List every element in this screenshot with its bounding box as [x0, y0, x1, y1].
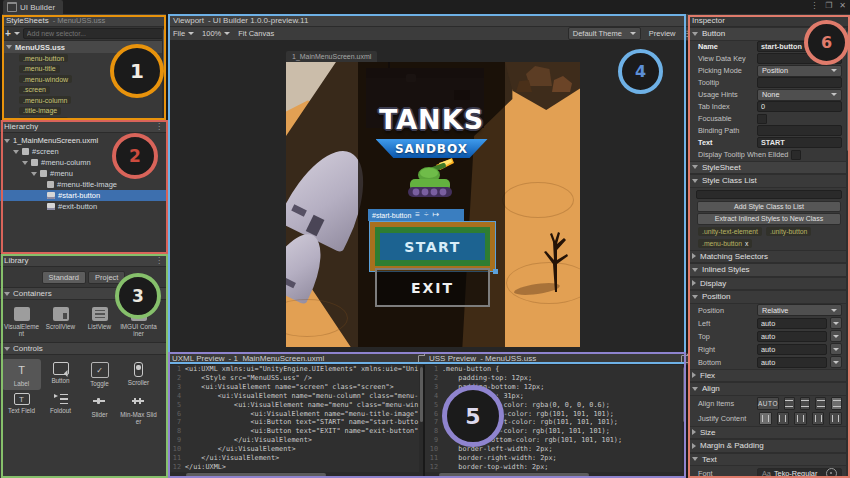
usage-hints-dropdown[interactable]: None [757, 89, 842, 101]
library-item-scroller[interactable]: Scroller [119, 359, 158, 390]
justify-around-icon[interactable] [829, 412, 842, 425]
controls-section-header[interactable]: Controls [0, 342, 167, 355]
library-item-slider[interactable]: Slider [80, 390, 119, 428]
view-data-key-field[interactable] [757, 53, 842, 64]
align-stretch-icon[interactable] [831, 397, 842, 410]
new-selector-input[interactable] [23, 28, 163, 39]
add-dropdown-icon[interactable] [14, 32, 20, 35]
selector-row[interactable]: .screen [2, 85, 166, 96]
text-foldout[interactable]: Text [688, 453, 850, 467]
add-style-class-button[interactable]: Add Style Class to List [697, 201, 841, 213]
foldout-closed-icon[interactable] [692, 443, 696, 449]
foldout-open-icon[interactable] [692, 32, 698, 36]
right-field[interactable] [757, 344, 827, 355]
anchor-icon[interactable]: ↦ [432, 211, 439, 219]
tab-project[interactable]: Project [88, 271, 125, 284]
class-pill[interactable]: .unity-text-element [698, 227, 762, 236]
kebab-menu-icon[interactable]: ⋮ [155, 122, 163, 131]
foldout-open-icon[interactable] [6, 45, 12, 49]
binding-path-field[interactable] [757, 125, 842, 136]
flex-foldout[interactable]: Flex [688, 369, 850, 383]
close-icon[interactable]: ✕ [839, 1, 846, 10]
name-field[interactable] [757, 41, 842, 52]
stylesheet-root-row[interactable]: MenuUSS.uss [2, 41, 166, 53]
tab-standard[interactable]: Standard [42, 271, 86, 284]
justify-end-icon[interactable] [794, 412, 807, 425]
foldout-open-icon[interactable] [4, 292, 10, 296]
align-center-icon[interactable] [800, 397, 811, 410]
library-item-label-control[interactable]: T Label [2, 359, 41, 390]
justify-center-icon[interactable] [777, 412, 790, 425]
hierarchy-row-menu-title-image[interactable]: #menu-title-image [0, 179, 167, 190]
text-field[interactable] [757, 137, 842, 148]
class-pill-menu-button[interactable]: .menu-button x [698, 239, 752, 248]
inlined-styles-foldout[interactable]: Inlined Styles [688, 263, 850, 277]
class-pill[interactable]: .unity-button [766, 227, 811, 236]
foldout-open-icon[interactable] [692, 179, 698, 183]
stylesheet-foldout[interactable]: StyleSheet [688, 161, 850, 175]
hierarchy-row-menu[interactable]: #menu [0, 168, 167, 179]
justify-start-icon[interactable] [759, 412, 772, 425]
library-item-toggle[interactable]: ✓ Toggle [80, 359, 119, 390]
canvas-tab[interactable]: 1_MainMenuScreen.uxml [286, 51, 377, 62]
class-name-input[interactable] [696, 190, 842, 199]
foldout-open-icon[interactable] [13, 150, 19, 154]
margin-padding-foldout[interactable]: Margin & Padding [688, 439, 850, 453]
inspector-scrollbar[interactable] [846, 27, 850, 478]
game-canvas[interactable]: TANKS SANDBOX #start-button ≡ ÷ ↦ [286, 62, 580, 347]
foldout-open-icon[interactable] [692, 268, 698, 272]
focusable-checkbox[interactable] [757, 114, 767, 124]
selector-row[interactable]: .menu-window [2, 74, 166, 85]
preview-toggle[interactable]: Preview [649, 29, 676, 38]
unit-dropdown[interactable] [830, 317, 842, 329]
uss-vertical-scrollbar[interactable] [682, 365, 686, 472]
align-start-icon[interactable] [784, 397, 795, 410]
foldout-open-icon[interactable] [4, 347, 10, 351]
foldout-closed-icon[interactable] [692, 280, 696, 286]
library-item-scrollview[interactable]: ScrollView [41, 304, 80, 340]
font-object-field[interactable]: Aa Teko-Regular [757, 468, 842, 478]
library-item-minmax-slider[interactable]: Min-Max Slider [119, 390, 158, 428]
foldout-open-icon[interactable] [31, 172, 37, 176]
center-vertical-icon[interactable]: ÷ [424, 211, 428, 219]
selector-row[interactable]: .menu-column [2, 95, 166, 106]
object-picker-icon[interactable] [826, 468, 837, 478]
hierarchy-row-start-button[interactable]: #start-button [0, 190, 167, 201]
tab-ui-builder[interactable]: UI Builder [3, 0, 63, 14]
fit-canvas-button[interactable]: Fit Canvas [238, 29, 274, 38]
selector-row-hover[interactable]: .menu-button :hover [2, 116, 166, 119]
uss-horizontal-scrollbar[interactable] [425, 472, 686, 477]
selector-row[interactable]: .title-image [2, 106, 166, 117]
matching-selectors-foldout[interactable]: Matching Selectors [688, 250, 850, 264]
stylesheets-scrollbar[interactable] [162, 27, 166, 119]
hierarchy-row-exit-button[interactable]: #exit-button [0, 201, 167, 212]
selection-toolbar[interactable]: #start-button ≡ ÷ ↦ [368, 209, 464, 221]
unit-dropdown[interactable] [830, 356, 842, 368]
containers-section-header[interactable]: Containers [0, 287, 167, 300]
unit-dropdown[interactable] [830, 343, 842, 355]
top-field[interactable] [757, 331, 827, 342]
uss-code-editor[interactable]: 1.menu-button { 2 padding-top: 12px; 3 p… [425, 365, 686, 472]
library-item-foldout[interactable]: Foldout [41, 390, 80, 428]
position-dropdown[interactable]: Relative [757, 304, 842, 316]
hierarchy-row-menu-column[interactable]: #menu-column [0, 157, 167, 168]
extract-inlined-styles-button[interactable]: Extract Inlined Styles to New Class [697, 213, 841, 225]
tooltip-field[interactable] [757, 77, 842, 88]
foldout-closed-icon[interactable] [692, 429, 696, 435]
align-foldout[interactable]: Align [688, 382, 850, 396]
unit-dropdown[interactable] [830, 330, 842, 342]
style-class-list-foldout[interactable]: Style Class List [688, 174, 850, 188]
tab-index-field[interactable] [757, 101, 842, 112]
hierarchy-root-row[interactable]: 1_MainMenuScreen.uxml [0, 135, 167, 146]
foldout-open-icon[interactable] [22, 161, 28, 165]
resize-handle[interactable] [493, 269, 498, 274]
library-item-listview[interactable]: ListView [80, 304, 119, 340]
picking-mode-dropdown[interactable]: Position [757, 65, 842, 77]
align-end-icon[interactable] [815, 397, 826, 410]
library-item-imgui[interactable]: IMGUI Container [119, 304, 158, 340]
zoom-dropdown[interactable]: 100% [202, 29, 230, 38]
align-auto-button[interactable]: AUTO [757, 397, 779, 410]
align-lines-icon[interactable]: ≡ [415, 211, 420, 219]
elide-checkbox[interactable] [791, 150, 801, 160]
theme-dropdown[interactable]: Default Theme [568, 27, 641, 40]
